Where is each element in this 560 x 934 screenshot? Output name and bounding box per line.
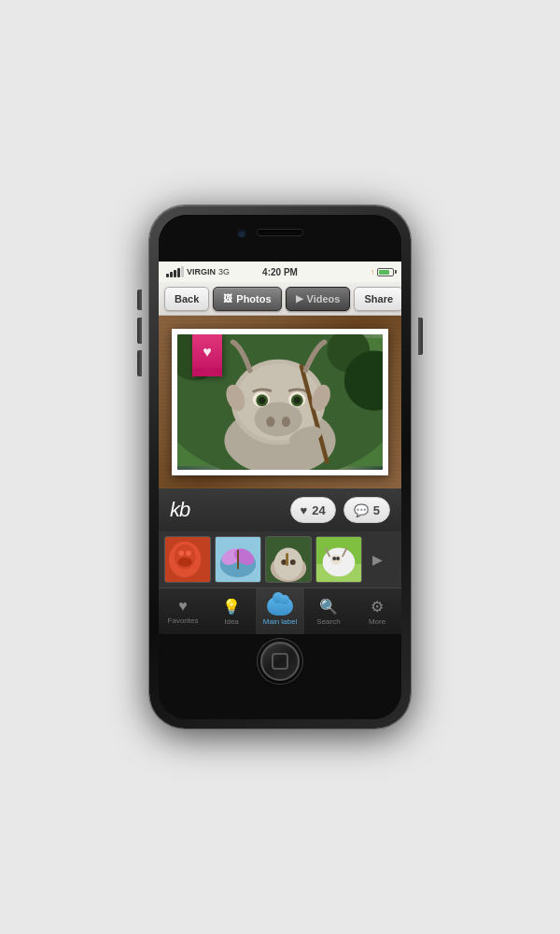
mute-button[interactable] xyxy=(137,290,142,310)
likes-count: 24 xyxy=(312,503,325,517)
tab-main-label[interactable]: Main label xyxy=(256,588,304,634)
location-icon: ↑ xyxy=(371,268,374,276)
comment-icon: 💬 xyxy=(354,503,369,517)
battery-fill xyxy=(379,270,389,275)
battery-icon xyxy=(377,268,394,276)
svg-point-36 xyxy=(290,559,296,565)
thumbnail-3[interactable] xyxy=(265,536,312,583)
signal-bar-2 xyxy=(170,272,173,277)
volume-down-button[interactable] xyxy=(137,350,142,376)
svg-rect-37 xyxy=(286,553,288,565)
info-bar: kb ♥ 24 💬 5 xyxy=(159,488,401,531)
photos-icon: 🖼 xyxy=(223,293,232,304)
more-icon: ⚙ xyxy=(371,598,384,616)
next-thumbnails-button[interactable]: ▶ xyxy=(368,550,386,569)
tab-search[interactable]: 🔍 Search xyxy=(304,588,353,634)
main-label-text: Main label xyxy=(263,617,297,626)
svg-point-24 xyxy=(178,550,184,556)
thumb-img-4 xyxy=(316,537,361,582)
signal-bar-5 xyxy=(181,266,184,277)
comments-button[interactable]: 💬 5 xyxy=(343,497,390,523)
signal-bar-3 xyxy=(174,270,176,277)
back-button[interactable]: Back xyxy=(164,287,209,311)
home-button[interactable] xyxy=(260,642,300,681)
arrow-icon: ▶ xyxy=(372,552,383,567)
thumb-img-1 xyxy=(165,537,210,582)
phone-frame: VIRGIN 3G 4:20 PM ↑ Back 🖼 Photos xyxy=(149,205,411,729)
likes-button[interactable]: ♥ 24 xyxy=(290,497,336,523)
svg-point-8 xyxy=(255,403,302,437)
power-button[interactable] xyxy=(418,318,423,355)
svg-point-26 xyxy=(177,558,191,567)
volume-up-button[interactable] xyxy=(137,318,142,344)
front-camera-icon xyxy=(238,230,245,237)
svg-rect-31 xyxy=(237,549,239,569)
photos-button[interactable]: 🖼 Photos xyxy=(213,287,281,311)
svg-point-15 xyxy=(259,397,265,403)
network-label: 3G xyxy=(218,267,230,276)
share-button[interactable]: Share xyxy=(354,287,401,311)
photo-frame: ♥ xyxy=(172,329,388,475)
signal-bar-4 xyxy=(177,268,180,277)
signal-bar-1 xyxy=(166,274,169,277)
thumbnails-row: ▶ xyxy=(159,531,401,587)
idea-label: Idea xyxy=(224,617,239,626)
signal-bars xyxy=(166,266,184,277)
speaker-grille xyxy=(257,229,303,236)
idea-icon: 💡 xyxy=(222,598,241,616)
photo-content-area: ♥ xyxy=(159,316,401,488)
thumbnail-2[interactable] xyxy=(215,536,261,583)
cloud-icon xyxy=(267,597,293,616)
videos-button[interactable]: ▶ Videos xyxy=(286,287,351,311)
status-right: ↑ xyxy=(371,268,394,276)
comments-count: 5 xyxy=(373,503,380,517)
thumb-img-3 xyxy=(266,537,311,582)
svg-point-25 xyxy=(186,550,191,556)
search-label: Search xyxy=(316,617,340,626)
svg-point-9 xyxy=(266,417,274,427)
carrier-label: VIRGIN xyxy=(187,267,216,276)
videos-icon: ▶ xyxy=(296,293,303,304)
thumbnail-1[interactable] xyxy=(164,536,211,583)
home-button-inner xyxy=(272,653,288,670)
bookmark-heart-icon: ♥ xyxy=(203,344,212,361)
thumb-img-2 xyxy=(216,537,260,582)
tab-idea[interactable]: 💡 Idea xyxy=(207,588,256,634)
status-time: 4:20 PM xyxy=(262,267,298,277)
svg-point-42 xyxy=(332,557,336,560)
screen: VIRGIN 3G 4:20 PM ↑ Back 🖼 Photos xyxy=(159,262,401,598)
heart-icon: ♥ xyxy=(301,503,308,517)
svg-point-10 xyxy=(282,417,290,427)
svg-point-43 xyxy=(336,557,340,560)
photos-label: Photos xyxy=(236,293,271,304)
phone-inner: VIRGIN 3G 4:20 PM ↑ Back 🖼 Photos xyxy=(159,215,401,719)
svg-point-41 xyxy=(330,554,342,565)
kb-logo: kb xyxy=(170,498,189,522)
videos-label: Videos xyxy=(307,293,341,304)
favorites-label: Favorites xyxy=(168,616,199,625)
bookmark-tag[interactable]: ♥ xyxy=(192,334,222,376)
tab-favorites[interactable]: ♥ Favorites xyxy=(159,588,207,634)
status-bar: VIRGIN 3G 4:20 PM ↑ xyxy=(159,262,401,282)
phone-top-bar xyxy=(159,215,401,262)
thumbnail-4[interactable] xyxy=(315,536,362,583)
svg-point-16 xyxy=(294,397,301,403)
tab-bar: ♥ Favorites 💡 Idea Main label 🔍 Search ⚙ xyxy=(159,587,401,634)
nav-bar: Back 🖼 Photos ▶ Videos Share xyxy=(159,282,401,316)
favorites-icon: ♥ xyxy=(178,598,188,615)
more-label: More xyxy=(369,617,385,626)
tab-more[interactable]: ⚙ More xyxy=(353,588,401,634)
search-icon: 🔍 xyxy=(319,598,338,616)
